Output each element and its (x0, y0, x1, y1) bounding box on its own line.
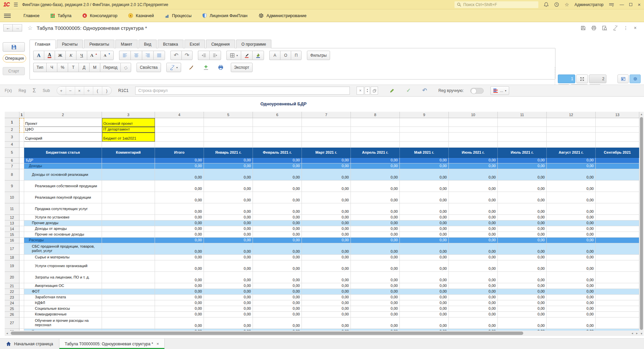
value-cell[interactable] (596, 220, 639, 226)
budget-item-cell[interactable]: Затраты на лицензии, ПО и т. д. (24, 272, 102, 283)
value-cell[interactable]: 0,00 (547, 272, 596, 283)
sections-menu-icon[interactable] (4, 14, 11, 18)
budget-item-cell[interactable]: Обучение и прочие расходы на персонал (24, 317, 102, 329)
budget-item-cell[interactable]: Реализация собственной продукции (24, 181, 102, 192)
value-cell[interactable] (596, 260, 639, 272)
empty-cell[interactable] (498, 118, 547, 127)
budget-item-cell[interactable]: НДФЛ (24, 300, 102, 306)
value-cell[interactable]: 0,00 (155, 306, 204, 312)
empty-cell[interactable] (351, 118, 400, 127)
comment-cell[interactable] (102, 192, 155, 203)
comment-cell[interactable] (102, 255, 155, 260)
format-brush-button[interactable] (186, 63, 196, 72)
value-cell[interactable]: 0,00 (302, 317, 351, 329)
value-cell[interactable] (596, 238, 639, 243)
budget-item-cell[interactable]: Доходы от аренды (24, 226, 102, 232)
empty-cell[interactable] (400, 127, 449, 133)
empty-cell[interactable] (498, 142, 547, 148)
row-header-6[interactable]: 6 (5, 158, 19, 163)
value-cell[interactable]: 0,00 (155, 289, 204, 295)
value-cell[interactable]: 0,00 (204, 238, 253, 243)
budget-item-cell[interactable]: Заработная плата (24, 295, 102, 300)
cell-r3c1[interactable] (19, 133, 24, 142)
type-button-7[interactable]: Период (100, 63, 120, 72)
favorite-star-icon[interactable]: ☆ (28, 24, 33, 32)
doc-tab-3[interactable]: Реквизиты (84, 40, 114, 48)
budget-item-cell[interactable]: Командировочные (24, 312, 102, 317)
value-cell[interactable]: 0,00 (204, 181, 253, 192)
type-button-1[interactable]: Тип (33, 63, 46, 72)
empty-cell[interactable] (351, 142, 400, 148)
scroll-up-icon[interactable]: ▴ (639, 112, 644, 116)
empty-cell[interactable] (449, 118, 498, 127)
value-cell[interactable]: 0,00 (351, 226, 400, 232)
value-cell[interactable]: 0,00 (253, 226, 302, 232)
row-header-22[interactable]: 22 (5, 289, 19, 295)
empty-cell[interactable] (596, 133, 639, 142)
close-app-button[interactable]: × (638, 2, 641, 7)
value-cell[interactable]: 0,00 (449, 215, 498, 220)
value-cell[interactable]: 0,00 (155, 220, 204, 226)
row-header-10[interactable]: 10 (5, 192, 19, 203)
cell-blank[interactable] (19, 306, 24, 312)
value-cell[interactable]: 0,00 (302, 272, 351, 283)
comment-cell[interactable] (102, 317, 155, 329)
value-cell[interactable]: 0,00 (351, 243, 400, 255)
value-cell[interactable]: 0,00 (400, 289, 449, 295)
align-left-button[interactable] (119, 51, 130, 60)
format-preset-dropdown[interactable]: ... ▾ (490, 86, 509, 95)
get-link-icon[interactable] (613, 26, 618, 31)
value-cell[interactable]: 0,00 (400, 283, 449, 289)
spreadsheet-grid[interactable]: 123456789101112131ПроектОсновной проект2… (5, 112, 639, 331)
value-cell[interactable]: 0,00 (400, 243, 449, 255)
value-cell[interactable]: 0,00 (400, 203, 449, 215)
value-cell[interactable]: 0,00 (302, 289, 351, 295)
budget-item-cell[interactable]: Расходы (24, 238, 102, 243)
cell-r4c1[interactable] (19, 142, 24, 148)
value-cell[interactable]: 0,00 (498, 158, 547, 163)
value-cell[interactable]: 0,00 (253, 317, 302, 329)
font-name-button[interactable]: A (33, 51, 44, 60)
budget-item-cell[interactable]: БДР (24, 158, 102, 163)
value-cell[interactable]: 0,00 (400, 312, 449, 317)
start-button[interactable]: Старт (3, 67, 25, 75)
value-cell[interactable]: 0,00 (204, 295, 253, 300)
comment-cell[interactable] (102, 312, 155, 317)
value-cell[interactable]: 0,00 (498, 317, 547, 329)
comment-cell[interactable] (102, 226, 155, 232)
edit-pencil-icon[interactable] (389, 88, 395, 93)
empty-cell[interactable] (155, 133, 204, 142)
cell-blank[interactable] (19, 220, 24, 226)
table-header-cell[interactable]: Май 2021 г. (400, 148, 449, 158)
comment-cell[interactable] (102, 232, 155, 238)
empty-cell[interactable] (253, 142, 302, 148)
value-cell[interactable]: 0,00 (253, 260, 302, 272)
budget-item-cell[interactable]: Прочие доходы (24, 220, 102, 226)
comment-cell[interactable] (102, 238, 155, 243)
budget-item-cell[interactable]: Услуги по установке (24, 215, 102, 220)
value-cell[interactable]: 0,00 (155, 158, 204, 163)
value-cell[interactable]: 0,00 (449, 192, 498, 203)
value-cell[interactable]: 0,00 (155, 260, 204, 272)
value-cell[interactable]: 0,00 (155, 232, 204, 238)
row-header-11[interactable]: 11 (5, 203, 19, 215)
cell-blank[interactable] (19, 158, 24, 163)
value-cell[interactable]: 0,00 (351, 306, 400, 312)
value-cell[interactable]: 0,00 (400, 192, 449, 203)
value-cell[interactable]: 0,00 (547, 232, 596, 238)
fx-button[interactable]: F(x) (5, 88, 12, 93)
empty-cell[interactable] (400, 142, 449, 148)
undo-button[interactable]: ↶ (170, 51, 181, 60)
empty-cell[interactable] (302, 142, 351, 148)
row-header-14[interactable]: 14 (5, 226, 19, 232)
type-button-5[interactable]: Д (78, 63, 89, 72)
export-button[interactable]: Экспорт (231, 63, 253, 72)
value-cell[interactable]: 0,00 (449, 295, 498, 300)
value-cell[interactable]: 0,00 (302, 306, 351, 312)
cell-blank[interactable] (19, 163, 24, 169)
maximize-button[interactable] (629, 3, 632, 6)
value-cell[interactable]: 0,00 (155, 181, 204, 192)
row-header-1[interactable]: 1 (5, 118, 19, 127)
row-header-24[interactable]: 24 (5, 300, 19, 306)
budget-item-cell[interactable]: Амортизация ОС (24, 283, 102, 289)
